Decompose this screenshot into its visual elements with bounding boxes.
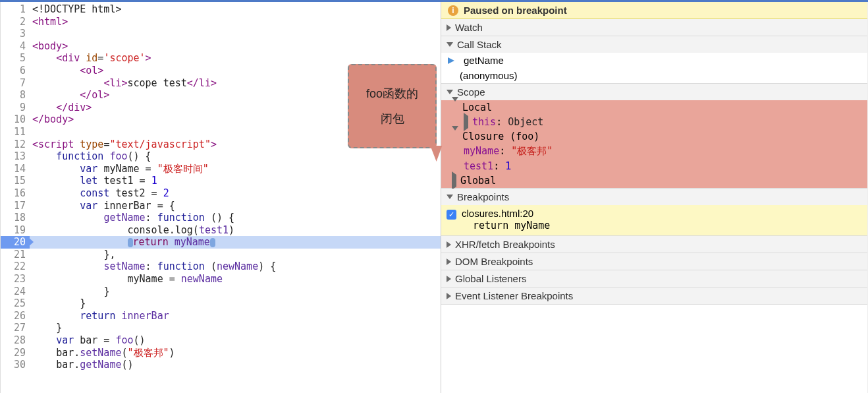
line-number[interactable]: 22 [1, 260, 30, 273]
line-number[interactable]: 6 [1, 65, 30, 77]
frame-name: (anonymous) [460, 70, 518, 81]
scope-property[interactable]: this: Object [441, 115, 867, 129]
scope-group-name: Local [462, 102, 492, 113]
line-number[interactable]: 27 [1, 322, 30, 334]
line-number[interactable]: 8 [1, 89, 30, 102]
code-line: var bar = foo() [30, 334, 441, 347]
watch-header[interactable]: Watch [441, 19, 867, 36]
scope-header[interactable]: Scope [441, 84, 867, 100]
line-number[interactable]: 5 [1, 52, 30, 65]
dom-header[interactable]: DOM Breakpoints [441, 253, 867, 270]
callout-line1: foo函数的 [366, 86, 418, 102]
code-area[interactable]: <!DOCTYPE html><html><body> <div id='sco… [30, 2, 441, 393]
listeners-header[interactable]: Global Listeners [441, 270, 867, 287]
line-number[interactable]: 7 [1, 77, 30, 90]
code-line: setName: function (newName) { [30, 260, 441, 273]
line-number[interactable]: 1 [1, 3, 30, 16]
scope-group[interactable]: Local [441, 100, 867, 115]
code-line: bar.setName("极客邦") [30, 347, 441, 359]
line-number[interactable]: 29 [1, 347, 30, 359]
prop-name: myName [464, 145, 499, 157]
line-number[interactable]: 9 [1, 102, 30, 114]
frame-name: getName [464, 55, 504, 66]
code-line: const test2 = 2 [30, 187, 441, 200]
chevron-down-icon [452, 97, 458, 113]
code-line: function foo() { [30, 150, 441, 163]
breakpoint-item[interactable]: ✓closures.html:20return myName [441, 205, 867, 235]
line-number[interactable]: 2 [1, 16, 30, 28]
listeners-section: Global Listeners [441, 270, 867, 287]
evlisteners-header[interactable]: Event Listener Breakpoints [441, 287, 867, 304]
line-number[interactable]: 19 [1, 224, 30, 237]
scope-title: Scope [457, 86, 485, 98]
line-number[interactable]: 17 [1, 200, 30, 212]
line-number[interactable]: 25 [1, 297, 30, 310]
line-number[interactable]: 4 [1, 40, 30, 53]
info-icon: i [448, 5, 458, 16]
code-line: }, [30, 249, 441, 261]
line-number[interactable]: 30 [1, 359, 30, 371]
chevron-right-icon [447, 241, 451, 248]
callstack-frame[interactable]: (anonymous) [441, 68, 867, 83]
code-line: var innerBar = { [30, 200, 441, 212]
watch-section: Watch [441, 19, 867, 36]
current-frame-icon [447, 56, 456, 65]
callstack-header[interactable]: Call Stack [441, 36, 867, 53]
code-line: getName: function () { [30, 212, 441, 224]
line-number[interactable]: 26 [1, 310, 30, 322]
code-line: } [30, 297, 441, 310]
code-line: return myName [30, 236, 441, 249]
line-number[interactable]: 21 [1, 249, 30, 261]
inline-marker-icon [128, 238, 133, 247]
code-line: return innerBar [30, 310, 441, 322]
listeners-title: Global Listeners [455, 273, 526, 284]
code-line: <body> [30, 40, 441, 53]
debugger-sidebar: i Paused on breakpoint Watch Call Stack … [441, 2, 868, 393]
checkbox-icon[interactable]: ✓ [447, 210, 456, 220]
annotation-callout: foo函数的 闭包 [348, 64, 437, 148]
line-number[interactable]: 10 [1, 113, 30, 126]
evlisteners-section: Event Listener Breakpoints [441, 287, 867, 305]
code-line: let test1 = 1 [30, 175, 441, 187]
line-number[interactable]: 24 [1, 286, 30, 298]
scope-group[interactable]: Closure (foo) [441, 129, 867, 144]
code-line: myName = newName [30, 273, 441, 286]
breakpoints-section: Breakpoints ✓closures.html:20return myNa… [441, 189, 867, 236]
scope-group[interactable]: Global [441, 173, 867, 188]
code-line: <!DOCTYPE html> [30, 3, 441, 16]
paused-banner: i Paused on breakpoint [441, 2, 867, 19]
code-line: <div id='scope'> [30, 52, 441, 65]
line-number[interactable]: 18 [1, 212, 30, 224]
callstack-section: Call Stack getName(anonymous) [441, 36, 867, 84]
breakpoints-header[interactable]: Breakpoints [441, 189, 867, 205]
line-number[interactable]: 11 [1, 126, 30, 138]
xhr-section: XHR/fetch Breakpoints [441, 236, 867, 253]
line-number[interactable]: 23 [1, 273, 30, 286]
evlisteners-title: Event Listener Breakpoints [455, 290, 573, 301]
line-number[interactable]: 20 [1, 236, 30, 249]
breakpoint-location: closures.html:20 [462, 208, 533, 219]
chevron-right-icon [447, 24, 451, 31]
chevron-down-icon [447, 90, 453, 94]
callstack-frame[interactable]: getName [441, 53, 867, 68]
chevron-down-icon [447, 42, 453, 47]
line-number[interactable]: 12 [1, 138, 30, 151]
code-line: } [30, 286, 441, 298]
line-number[interactable]: 15 [1, 175, 30, 187]
chevron-right-icon [447, 276, 451, 282]
banner-text: Paused on breakpoint [464, 5, 567, 16]
chevron-down-icon [447, 195, 453, 199]
breakpoints-body: ✓closures.html:20return myName [441, 205, 867, 235]
scope-property[interactable]: test1: 1 [441, 159, 867, 173]
line-number[interactable]: 3 [1, 28, 30, 40]
devtools-app: 1234567891011121314151617181920212223242… [0, 0, 868, 393]
line-number[interactable]: 16 [1, 187, 30, 200]
chevron-right-icon [447, 258, 451, 265]
chevron-right-icon [447, 293, 451, 299]
line-number[interactable]: 28 [1, 334, 30, 347]
code-line: console.log(test1) [30, 224, 441, 237]
line-number[interactable]: 13 [1, 150, 30, 163]
scope-property[interactable]: myName: "极客邦" [441, 144, 867, 159]
line-number[interactable]: 14 [1, 163, 30, 175]
xhr-header[interactable]: XHR/fetch Breakpoints [441, 236, 867, 253]
